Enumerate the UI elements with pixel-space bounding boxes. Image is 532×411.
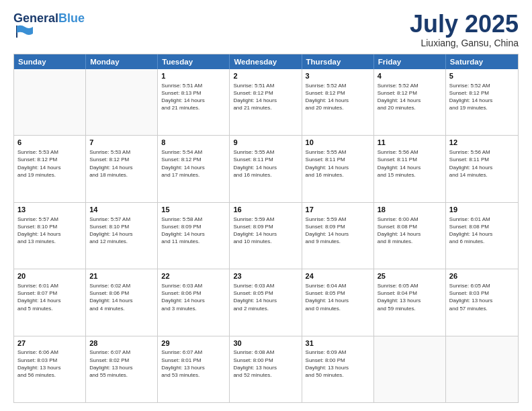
calendar-day-cell: 20Sunrise: 6:01 AM Sunset: 8:07 PM Dayli… [14,269,86,335]
calendar-day-cell: 3Sunrise: 5:52 AM Sunset: 8:12 PM Daylig… [302,69,374,135]
day-info: Sunrise: 5:52 AM Sunset: 8:12 PM Dayligh… [449,82,515,112]
calendar-empty-cell [86,69,158,135]
day-info: Sunrise: 6:03 AM Sunset: 8:06 PM Dayligh… [161,282,226,312]
day-number: 9 [233,138,298,148]
day-info: Sunrise: 5:53 AM Sunset: 8:12 PM Dayligh… [89,148,154,179]
page: GeneralBlue July 2025 Liuxiang, Gansu, C… [0,0,532,411]
calendar-day-cell: 17Sunrise: 5:59 AM Sunset: 8:09 PM Dayli… [302,203,374,269]
day-number: 10 [306,138,370,148]
day-number: 22 [161,271,226,281]
calendar-day-cell: 19Sunrise: 6:01 AM Sunset: 8:08 PM Dayli… [446,203,518,269]
day-info: Sunrise: 6:05 AM Sunset: 8:03 PM Dayligh… [449,282,515,312]
logo-icon [15,24,34,39]
calendar-day-cell: 13Sunrise: 5:57 AM Sunset: 8:10 PM Dayli… [14,203,86,269]
day-number: 11 [378,138,442,148]
day-info: Sunrise: 5:53 AM Sunset: 8:12 PM Dayligh… [17,148,82,179]
month-title: July 2025 [410,12,519,36]
calendar-day-cell: 29Sunrise: 6:07 AM Sunset: 8:01 PM Dayli… [158,336,230,402]
day-number: 24 [306,271,370,281]
day-info: Sunrise: 5:55 AM Sunset: 8:11 PM Dayligh… [306,148,370,179]
day-number: 2 [233,71,298,81]
day-number: 13 [17,205,82,215]
day-number: 19 [449,205,515,215]
calendar-day-cell: 15Sunrise: 5:58 AM Sunset: 8:09 PM Dayli… [158,203,230,269]
calendar-day-cell: 6Sunrise: 5:53 AM Sunset: 8:12 PM Daylig… [14,136,86,201]
day-number: 23 [233,271,298,281]
day-info: Sunrise: 6:00 AM Sunset: 8:08 PM Dayligh… [378,216,442,246]
day-info: Sunrise: 5:56 AM Sunset: 8:11 PM Dayligh… [449,148,515,179]
weekday-header: Thursday [302,54,374,69]
day-info: Sunrise: 5:57 AM Sunset: 8:10 PM Dayligh… [89,216,154,246]
calendar-day-cell: 25Sunrise: 6:05 AM Sunset: 8:04 PM Dayli… [374,269,446,335]
day-number: 30 [233,338,298,349]
day-number: 27 [17,338,82,349]
calendar-day-cell: 22Sunrise: 6:03 AM Sunset: 8:06 PM Dayli… [158,269,230,335]
calendar-empty-cell [14,69,86,135]
calendar-day-cell: 10Sunrise: 5:55 AM Sunset: 8:11 PM Dayli… [302,136,374,201]
day-info: Sunrise: 5:51 AM Sunset: 8:12 PM Dayligh… [233,82,298,112]
day-info: Sunrise: 6:01 AM Sunset: 8:07 PM Dayligh… [17,282,82,312]
day-info: Sunrise: 5:52 AM Sunset: 8:12 PM Dayligh… [378,82,442,112]
title-block: July 2025 Liuxiang, Gansu, China [410,12,519,48]
day-number: 4 [378,71,442,81]
day-number: 16 [233,205,298,215]
calendar-row: 27Sunrise: 6:06 AM Sunset: 8:03 PM Dayli… [14,336,518,402]
calendar-day-cell: 30Sunrise: 6:08 AM Sunset: 8:00 PM Dayli… [230,336,302,402]
day-number: 15 [161,205,226,215]
calendar-day-cell: 31Sunrise: 6:09 AM Sunset: 8:00 PM Dayli… [302,336,374,402]
day-number: 29 [161,338,226,349]
day-info: Sunrise: 6:07 AM Sunset: 8:01 PM Dayligh… [161,349,226,379]
day-info: Sunrise: 6:06 AM Sunset: 8:03 PM Dayligh… [17,349,82,379]
day-info: Sunrise: 5:52 AM Sunset: 8:12 PM Dayligh… [306,82,370,112]
calendar-day-cell: 4Sunrise: 5:52 AM Sunset: 8:12 PM Daylig… [374,69,446,135]
calendar-day-cell: 18Sunrise: 6:00 AM Sunset: 8:08 PM Dayli… [374,203,446,269]
calendar-day-cell: 1Sunrise: 5:51 AM Sunset: 8:13 PM Daylig… [158,69,230,135]
day-info: Sunrise: 5:57 AM Sunset: 8:10 PM Dayligh… [17,216,82,246]
day-number: 26 [449,271,515,281]
day-info: Sunrise: 5:59 AM Sunset: 8:09 PM Dayligh… [233,216,298,246]
location: Liuxiang, Gansu, China [410,38,519,48]
weekday-header: Saturday [446,54,518,69]
calendar-day-cell: 7Sunrise: 5:53 AM Sunset: 8:12 PM Daylig… [86,136,158,201]
weekday-header: Wednesday [230,54,302,69]
day-info: Sunrise: 6:02 AM Sunset: 8:06 PM Dayligh… [89,282,154,312]
weekday-header: Friday [374,54,446,69]
calendar-day-cell: 12Sunrise: 5:56 AM Sunset: 8:11 PM Dayli… [446,136,518,201]
day-info: Sunrise: 6:05 AM Sunset: 8:04 PM Dayligh… [378,282,442,312]
calendar-day-cell: 5Sunrise: 5:52 AM Sunset: 8:12 PM Daylig… [446,69,518,135]
day-info: Sunrise: 5:51 AM Sunset: 8:13 PM Dayligh… [161,82,226,112]
day-number: 21 [89,271,154,281]
logo: GeneralBlue [13,12,85,42]
day-info: Sunrise: 5:55 AM Sunset: 8:11 PM Dayligh… [233,148,298,179]
calendar-row: 1Sunrise: 5:51 AM Sunset: 8:13 PM Daylig… [14,69,518,136]
day-number: 5 [449,71,515,81]
day-info: Sunrise: 5:54 AM Sunset: 8:12 PM Dayligh… [161,148,226,179]
header: GeneralBlue July 2025 Liuxiang, Gansu, C… [13,12,519,48]
day-number: 3 [306,71,370,81]
calendar-day-cell: 16Sunrise: 5:59 AM Sunset: 8:09 PM Dayli… [230,203,302,269]
day-number: 20 [17,271,82,281]
calendar-body: 1Sunrise: 5:51 AM Sunset: 8:13 PM Daylig… [14,69,518,402]
calendar-day-cell: 8Sunrise: 5:54 AM Sunset: 8:12 PM Daylig… [158,136,230,201]
calendar-day-cell: 23Sunrise: 6:03 AM Sunset: 8:05 PM Dayli… [230,269,302,335]
calendar-empty-cell [446,336,518,402]
day-number: 6 [17,138,82,148]
day-info: Sunrise: 6:07 AM Sunset: 8:02 PM Dayligh… [89,349,154,379]
day-number: 1 [161,71,226,81]
weekday-header: Tuesday [158,54,230,69]
calendar-day-cell: 24Sunrise: 6:04 AM Sunset: 8:05 PM Dayli… [302,269,374,335]
calendar-day-cell: 27Sunrise: 6:06 AM Sunset: 8:03 PM Dayli… [14,336,86,402]
calendar-day-cell: 26Sunrise: 6:05 AM Sunset: 8:03 PM Dayli… [446,269,518,335]
day-number: 7 [89,138,154,148]
day-info: Sunrise: 5:56 AM Sunset: 8:11 PM Dayligh… [378,148,442,179]
calendar-header: SundayMondayTuesdayWednesdayThursdayFrid… [14,54,518,69]
calendar-day-cell: 2Sunrise: 5:51 AM Sunset: 8:12 PM Daylig… [230,69,302,135]
day-number: 17 [306,205,370,215]
day-info: Sunrise: 6:01 AM Sunset: 8:08 PM Dayligh… [449,216,515,246]
day-number: 18 [378,205,442,215]
day-number: 12 [449,138,515,148]
day-number: 8 [161,138,226,148]
calendar-day-cell: 14Sunrise: 5:57 AM Sunset: 8:10 PM Dayli… [86,203,158,269]
calendar-row: 13Sunrise: 5:57 AM Sunset: 8:10 PM Dayli… [14,203,518,269]
day-number: 14 [89,205,154,215]
